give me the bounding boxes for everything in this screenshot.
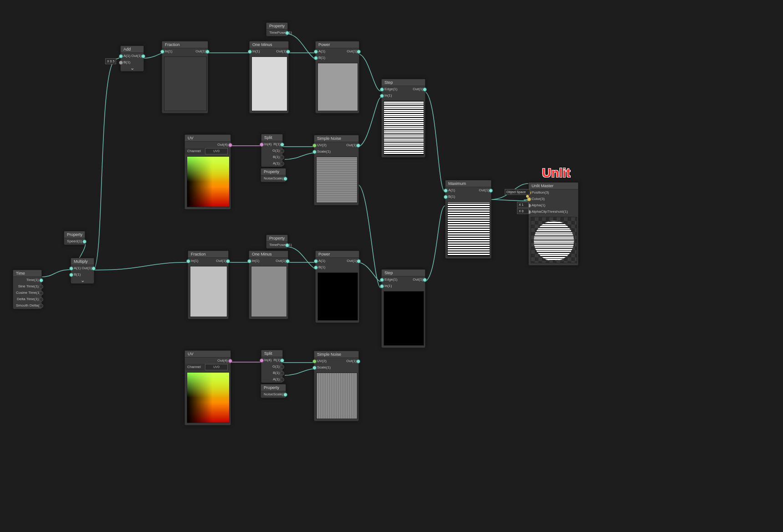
input-port[interactable] xyxy=(312,359,317,363)
output-port[interactable] xyxy=(280,149,284,153)
node-split-1[interactable]: Split In(4) R(1) G(1) B(1) A(1) xyxy=(261,134,283,167)
input-port[interactable] xyxy=(312,366,317,370)
input-port[interactable] xyxy=(160,50,164,54)
node-unlit-master[interactable]: Unlit Master Position(3) Color(3) Alpha(… xyxy=(528,182,578,266)
input-port[interactable] xyxy=(119,54,123,58)
input-port[interactable] xyxy=(314,56,318,60)
input-port[interactable] xyxy=(380,87,384,92)
output-port[interactable] xyxy=(280,365,284,369)
input-port[interactable] xyxy=(260,358,264,363)
output-port[interactable] xyxy=(357,50,361,54)
output-port[interactable] xyxy=(423,87,427,92)
output-port[interactable] xyxy=(39,285,43,289)
channel-dropdown[interactable]: UV0 xyxy=(205,148,228,154)
output-port[interactable] xyxy=(39,297,43,302)
output-port[interactable] xyxy=(286,259,290,263)
chevron-down-icon[interactable]: ⌄ xyxy=(121,66,143,71)
port-label: Out(1) xyxy=(347,48,357,55)
inline-value-x[interactable]: X 0.5 xyxy=(105,58,116,64)
output-port[interactable] xyxy=(280,143,284,147)
output-port[interactable] xyxy=(285,31,289,35)
inline-value-x0[interactable]: X 0 xyxy=(517,208,529,214)
input-port[interactable] xyxy=(260,143,264,147)
node-property-timepower-2[interactable]: Property TimePower(1) xyxy=(266,235,288,249)
input-port[interactable] xyxy=(314,259,318,263)
output-port[interactable] xyxy=(228,359,232,363)
node-uv-2[interactable]: UV Out(4) Channel UV0 xyxy=(184,350,231,425)
output-port[interactable] xyxy=(141,54,145,58)
output-port[interactable] xyxy=(39,291,43,295)
node-title: Property xyxy=(266,23,287,30)
input-port[interactable] xyxy=(69,266,73,271)
output-port[interactable] xyxy=(286,50,290,54)
port-label: B(1) xyxy=(318,56,325,60)
input-port[interactable] xyxy=(247,259,251,263)
node-step-1[interactable]: Step Edge(1) Out(1) In(1) xyxy=(381,79,425,158)
node-fraction-1[interactable]: Fraction In(1) Out(1) xyxy=(162,41,208,113)
object-space-dropdown[interactable]: Object Space xyxy=(505,189,530,195)
output-port[interactable] xyxy=(489,189,493,193)
node-preview xyxy=(317,272,358,321)
port-label: In(4) xyxy=(264,142,271,146)
output-port[interactable] xyxy=(285,243,289,247)
output-port[interactable] xyxy=(82,240,87,244)
node-simple-noise-1[interactable]: Simple Noise UV(2) Out(1) Scale(1) xyxy=(314,135,359,205)
input-port[interactable] xyxy=(186,259,190,263)
output-port[interactable] xyxy=(280,378,284,382)
input-port[interactable] xyxy=(248,50,252,54)
node-property-speed[interactable]: Property Speed(1) xyxy=(64,231,85,245)
node-preview xyxy=(317,63,358,111)
input-port[interactable] xyxy=(444,195,448,199)
node-fraction-2[interactable]: Fraction In(1) Out(1) xyxy=(188,251,229,319)
input-port[interactable] xyxy=(527,197,531,201)
chevron-down-icon[interactable]: ⌄ xyxy=(71,278,94,283)
node-property-noisescale-2[interactable]: Property NoiseScale(1) xyxy=(261,384,286,398)
node-step-2[interactable]: Step Edge(1) Out(1) In(1) xyxy=(381,269,425,348)
output-port[interactable] xyxy=(280,371,284,375)
input-port[interactable] xyxy=(380,284,384,288)
output-port[interactable] xyxy=(356,359,360,363)
output-port[interactable] xyxy=(283,177,287,181)
output-port[interactable] xyxy=(423,278,427,282)
output-port[interactable] xyxy=(280,155,284,159)
node-add[interactable]: Add A(1) Out(1) B(1) ⌄ xyxy=(120,46,144,72)
output-port[interactable] xyxy=(39,278,43,282)
node-time[interactable]: Time Time(1) Sine Time(1) Cosine Time(1)… xyxy=(13,270,42,309)
port-label: A(1) xyxy=(318,49,325,53)
port-label: R(1) xyxy=(273,141,281,148)
input-port[interactable] xyxy=(314,266,318,270)
inline-value-x1[interactable]: X 1 xyxy=(517,202,529,208)
input-port[interactable] xyxy=(444,189,448,193)
output-port[interactable] xyxy=(283,393,287,397)
input-port[interactable] xyxy=(69,273,73,277)
output-port[interactable] xyxy=(92,266,96,271)
port-label: Out(1) xyxy=(347,258,357,264)
node-title: Split xyxy=(261,350,282,357)
node-property-timepower-1[interactable]: Property TimePower(1) xyxy=(266,22,288,36)
input-port[interactable] xyxy=(380,278,384,282)
output-port[interactable] xyxy=(39,304,43,308)
node-simple-noise-2[interactable]: Simple Noise UV(2) Out(1) Scale(1) xyxy=(314,351,359,421)
channel-dropdown[interactable]: UV0 xyxy=(205,364,228,370)
input-port[interactable] xyxy=(314,50,318,54)
node-property-noisescale-1[interactable]: Property NoiseScale(1) xyxy=(261,168,286,182)
node-one-minus-1[interactable]: One Minus In(1) Out(1) xyxy=(249,41,289,113)
input-port[interactable] xyxy=(119,61,123,65)
node-split-2[interactable]: Split In(4) R(1) G(1) B(1) A(1) xyxy=(261,350,283,383)
output-port[interactable] xyxy=(226,259,230,263)
input-port[interactable] xyxy=(380,94,384,98)
node-one-minus-2[interactable]: One Minus In(1) Out(1) xyxy=(249,251,288,319)
output-port[interactable] xyxy=(280,358,284,363)
input-port[interactable] xyxy=(312,150,317,154)
output-port[interactable] xyxy=(228,143,232,147)
node-maximum[interactable]: Maximum A(1) Out(1) B(1) xyxy=(445,180,491,259)
node-power-2[interactable]: Power A(1) Out(1) B(1) xyxy=(315,251,359,323)
output-port[interactable] xyxy=(357,259,361,263)
node-multiply[interactable]: Multiply A(1) Out(1) B(1) ⌄ xyxy=(71,258,94,284)
input-port[interactable] xyxy=(312,143,317,148)
output-port[interactable] xyxy=(280,162,284,166)
node-power-1[interactable]: Power A(1) Out(1) B(1) xyxy=(315,41,359,113)
node-uv-1[interactable]: UV Out(4) Channel UV0 xyxy=(184,134,231,210)
output-port[interactable] xyxy=(356,143,360,148)
output-port[interactable] xyxy=(205,50,210,54)
